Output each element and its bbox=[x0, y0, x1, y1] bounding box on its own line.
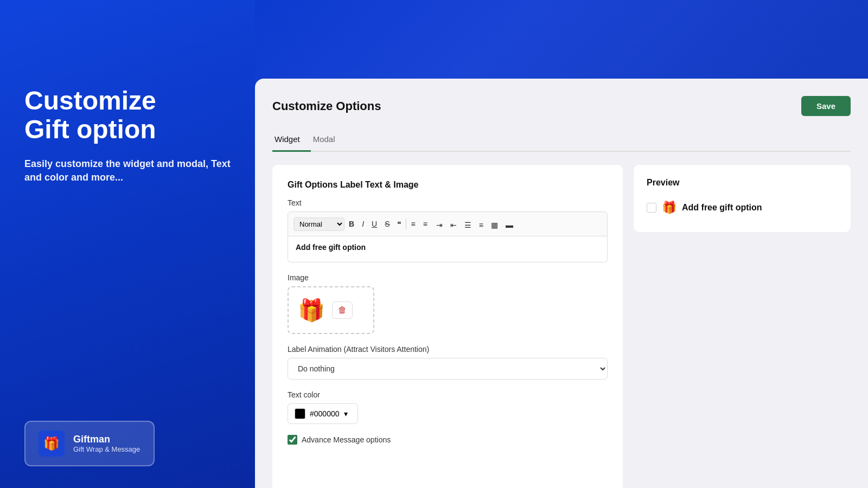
color-value: #000000 bbox=[310, 409, 340, 418]
color-dropdown-icon: ▾ bbox=[344, 409, 348, 418]
brand-subtitle: Gift Wrap & Message bbox=[73, 445, 140, 453]
brand-name: Giftman bbox=[73, 434, 140, 445]
ol-button[interactable]: ≡ bbox=[407, 217, 418, 230]
tabs: Widget Modal bbox=[272, 129, 851, 152]
align-right-button[interactable]: ▦ bbox=[488, 219, 501, 232]
italic-button[interactable]: I bbox=[359, 217, 367, 230]
preview-checkbox bbox=[647, 203, 656, 213]
tab-widget[interactable]: Widget bbox=[272, 129, 311, 152]
main-panel: Customize Options Save Widget Modal Gift… bbox=[255, 79, 868, 488]
align-left-button[interactable]: ☰ bbox=[461, 219, 475, 232]
text-field-label: Text bbox=[288, 198, 608, 207]
brand-card: 🎁 Giftman Gift Wrap & Message bbox=[24, 421, 155, 466]
save-button[interactable]: Save bbox=[801, 96, 851, 116]
color-field-label: Text color bbox=[288, 390, 608, 399]
editor-toolbar: Normal Heading 1 Heading 2 B I U S ❝ ≡ ≡ bbox=[288, 211, 608, 236]
content-area: Gift Options Label Text & Image Text Nor… bbox=[272, 165, 851, 488]
align-center-button[interactable]: ≡ bbox=[476, 219, 487, 232]
strikethrough-button[interactable]: S bbox=[381, 217, 393, 230]
indent-increase-button[interactable]: ⇥ bbox=[433, 219, 446, 232]
image-field-label: Image bbox=[288, 273, 608, 282]
animation-field-label: Label Animation (Attract Visitors Attent… bbox=[288, 345, 608, 354]
preview-title: Preview bbox=[647, 178, 838, 188]
bold-button[interactable]: B bbox=[346, 217, 358, 230]
settings-card: Gift Options Label Text & Image Text Nor… bbox=[272, 165, 623, 488]
advance-message-checkbox[interactable] bbox=[288, 435, 297, 445]
image-section: Image 🎁 🗑 bbox=[288, 273, 608, 334]
format-select[interactable]: Normal Heading 1 Heading 2 bbox=[293, 217, 344, 231]
image-upload-box: 🎁 🗑 bbox=[288, 286, 374, 334]
divider bbox=[406, 219, 406, 229]
brand-text: Giftman Gift Wrap & Message bbox=[73, 434, 140, 453]
preview-card: Preview 🎁 Add free gift option bbox=[634, 165, 851, 232]
editor-content[interactable]: Add free gift option bbox=[288, 236, 608, 262]
preview-gift-text: Add free gift option bbox=[682, 203, 762, 213]
hero-description: Easily customize the widget and modal, T… bbox=[24, 157, 231, 184]
ul-button[interactable]: ≡ bbox=[420, 217, 431, 230]
hero-heading: Customize Gift option bbox=[24, 87, 231, 144]
color-swatch bbox=[295, 408, 305, 419]
toolbar-row-1: Normal Heading 1 Heading 2 B I U S ❝ ≡ ≡ bbox=[293, 217, 431, 231]
underline-button[interactable]: U bbox=[368, 217, 380, 230]
animation-section: Label Animation (Attract Visitors Attent… bbox=[288, 345, 608, 380]
panel-header: Customize Options Save bbox=[272, 96, 851, 116]
preview-item: 🎁 Add free gift option bbox=[647, 196, 838, 219]
rich-text-editor: Normal Heading 1 Heading 2 B I U S ❝ ≡ ≡ bbox=[288, 211, 608, 262]
section-title: Gift Options Label Text & Image bbox=[288, 180, 608, 190]
left-panel: Customize Gift option Easily customize t… bbox=[24, 87, 231, 184]
align-justify-button[interactable]: ▬ bbox=[502, 219, 516, 232]
image-preview: 🎁 bbox=[295, 294, 328, 326]
color-picker-button[interactable]: #000000 ▾ bbox=[288, 403, 358, 424]
advance-message-label[interactable]: Advance Message options bbox=[302, 435, 391, 444]
indent-decrease-button[interactable]: ⇤ bbox=[447, 219, 460, 232]
delete-image-button[interactable]: 🗑 bbox=[332, 301, 353, 319]
quote-button[interactable]: ❝ bbox=[394, 217, 405, 230]
panel-title: Customize Options bbox=[272, 99, 381, 113]
brand-icon: 🎁 bbox=[39, 431, 65, 457]
animation-select[interactable]: Do nothing Bounce Shake Pulse Swing bbox=[288, 358, 608, 380]
preview-gift-icon: 🎁 bbox=[662, 201, 676, 215]
checkbox-section: Advance Message options bbox=[288, 435, 608, 445]
toolbar-row-2: ⇥ ⇤ ☰ ≡ ▦ ▬ bbox=[433, 219, 516, 232]
tab-modal[interactable]: Modal bbox=[311, 129, 346, 152]
color-section: Text color #000000 ▾ bbox=[288, 390, 608, 424]
